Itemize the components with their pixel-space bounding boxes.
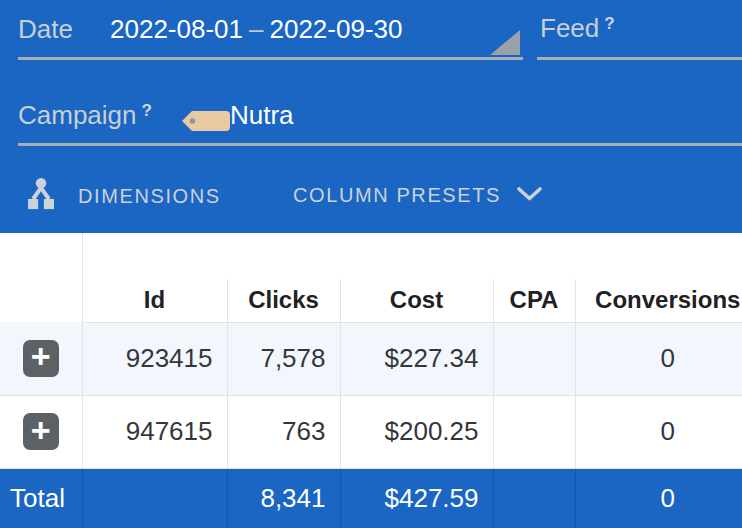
expand-cell: + xyxy=(0,322,82,395)
column-presets-button[interactable]: COLUMN PRESETS xyxy=(293,176,543,214)
date-start: 2022-08-01 xyxy=(110,14,243,44)
cell-conversions: 0 xyxy=(575,395,742,468)
tag-icon xyxy=(182,111,230,131)
column-header-id[interactable]: Id xyxy=(82,279,227,322)
header-group-blank xyxy=(82,233,742,279)
total-label: Total xyxy=(0,468,82,528)
dimensions-hub-icon xyxy=(22,176,60,217)
campaign-field-underline xyxy=(18,143,742,146)
date-label: Date xyxy=(18,14,73,44)
date-separator: – xyxy=(243,14,269,44)
total-clicks: 8,341 xyxy=(227,468,340,528)
table-row: + 947615 763 $200.25 0 xyxy=(0,395,742,468)
cell-clicks: 7,578 xyxy=(227,322,340,395)
report-screen: Date 2022-08-01–2022-09-30 Feed? Campaig… xyxy=(0,0,742,528)
campaign-field[interactable]: Campaign? Nutra xyxy=(18,100,742,146)
expand-cell: + xyxy=(0,395,82,468)
date-range-field[interactable]: Date 2022-08-01–2022-09-30 xyxy=(18,14,523,60)
stats-table-container: Id Clicks Cost CPA Conversions + 923415 … xyxy=(0,233,742,528)
table-header-row: Id Clicks Cost CPA Conversions xyxy=(0,279,742,322)
dimensions-button-label: DIMENSIONS xyxy=(78,185,221,208)
campaign-label-text: Campaign xyxy=(18,100,137,130)
cell-id: 923415 xyxy=(82,322,227,395)
date-field-underline xyxy=(18,57,523,60)
date-dropdown-corner-icon[interactable] xyxy=(490,30,520,55)
feed-field-underline xyxy=(537,57,742,60)
column-presets-label: COLUMN PRESETS xyxy=(293,184,501,207)
feed-field[interactable]: Feed? xyxy=(537,13,742,60)
column-header-cpa[interactable]: CPA xyxy=(493,279,575,322)
cell-conversions: 0 xyxy=(575,322,742,395)
chevron-down-icon xyxy=(516,186,543,205)
total-cpa xyxy=(493,468,575,528)
cell-cpa xyxy=(493,395,575,468)
date-end: 2022-09-30 xyxy=(269,14,402,44)
stats-table: Id Clicks Cost CPA Conversions + 923415 … xyxy=(0,233,742,528)
column-header-conversions[interactable]: Conversions xyxy=(575,279,742,322)
header-group-row xyxy=(0,233,742,279)
cell-cost: $227.34 xyxy=(340,322,493,395)
dimensions-button[interactable]: DIMENSIONS xyxy=(22,176,221,217)
total-row: Total 8,341 $427.59 0 xyxy=(0,468,742,528)
feed-label-text: Feed xyxy=(540,13,599,43)
campaign-label: Campaign? xyxy=(18,100,152,130)
cell-id: 947615 xyxy=(82,395,227,468)
feed-help-icon[interactable]: ? xyxy=(604,14,614,33)
campaign-help-icon[interactable]: ? xyxy=(142,101,152,120)
total-cost: $427.59 xyxy=(340,468,493,528)
expand-row-button[interactable]: + xyxy=(23,340,59,377)
column-header-clicks[interactable]: Clicks xyxy=(227,279,340,322)
expand-row-button[interactable]: + xyxy=(23,413,59,450)
cell-cost: $200.25 xyxy=(340,395,493,468)
total-conversions: 0 xyxy=(575,468,742,528)
cell-cpa xyxy=(493,322,575,395)
feed-label: Feed? xyxy=(540,13,615,43)
expand-column-header xyxy=(0,233,82,322)
cell-clicks: 763 xyxy=(227,395,340,468)
table-row: + 923415 7,578 $227.34 0 xyxy=(0,322,742,395)
date-range-value[interactable]: 2022-08-01–2022-09-30 xyxy=(110,14,402,44)
column-header-cost[interactable]: Cost xyxy=(340,279,493,322)
campaign-tag-value[interactable]: Nutra xyxy=(230,100,294,130)
filter-toolbar: Date 2022-08-01–2022-09-30 Feed? Campaig… xyxy=(0,0,742,233)
total-id xyxy=(82,468,227,528)
